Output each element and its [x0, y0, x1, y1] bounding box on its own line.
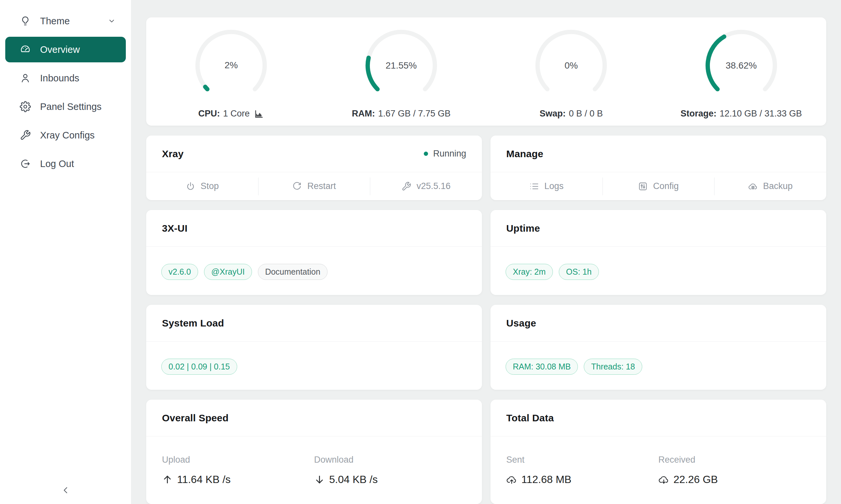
gauge-storage: 38.62% Storage: 12.10 GB / 31.33 GB	[680, 27, 802, 119]
wrench-icon	[20, 130, 31, 141]
gear-icon	[20, 101, 31, 112]
xray-card-title: Xray	[162, 148, 184, 160]
sidebar-item-label: Overview	[40, 44, 80, 55]
uptime-card: Uptime Xray: 2m OS: 1h	[491, 210, 826, 295]
upload-stat: Upload 11.64 KB /s	[162, 455, 314, 486]
sidebar-item-log-out[interactable]: Log Out	[5, 151, 126, 177]
status-text: Running	[433, 149, 466, 159]
xray-uptime-badge: Xray: 2m	[505, 264, 553, 280]
cpu-label: CPU: 1 Core	[198, 109, 264, 119]
restart-button[interactable]: Restart	[258, 172, 370, 200]
load-average-badge: 0.02 | 0.09 | 0.15	[161, 359, 237, 375]
gauge-cpu: 2% CPU: 1 Core	[192, 27, 270, 119]
arrow-up-icon	[162, 474, 173, 485]
upload-value: 11.64 KB /s	[177, 473, 230, 486]
os-uptime-badge: OS: 1h	[559, 264, 599, 280]
system-load-card-title: System Load	[162, 318, 224, 329]
download-value: 5.04 KB /s	[329, 473, 378, 486]
xui-card-title: 3X-UI	[162, 223, 188, 234]
gauge-ram: 21.55% RAM: 1.67 GB / 7.75 GB	[352, 27, 451, 119]
ram-label: RAM: 1.67 GB / 7.75 GB	[352, 109, 451, 119]
download-label: Download	[314, 455, 466, 465]
xray-status-badge: Running	[424, 149, 466, 159]
xrayui-link-badge[interactable]: @XrayUI	[204, 264, 252, 280]
cloud-server-icon	[748, 181, 758, 191]
total-data-card-title: Total Data	[506, 412, 554, 424]
cloud-upload-icon	[506, 474, 517, 485]
backup-button[interactable]: Backup	[714, 172, 826, 200]
stop-button[interactable]: Stop	[146, 172, 258, 200]
refresh-icon	[292, 181, 302, 191]
ram-percent: 21.55%	[363, 27, 440, 104]
sidebar-collapse-button[interactable]	[0, 482, 131, 499]
sidebar-item-label: Theme	[40, 16, 70, 26]
sidebar-item-label: Log Out	[40, 159, 74, 169]
row-xray-manage: Xray Running Stop Restart	[146, 136, 826, 200]
power-icon	[186, 181, 195, 191]
sidebar-item-theme[interactable]: Theme	[5, 8, 126, 34]
upload-label: Upload	[162, 455, 314, 465]
gauge-swap: 0% Swap: 0 B / 0 B	[533, 27, 610, 119]
chevron-left-icon	[61, 485, 71, 496]
cpu-percent: 2%	[192, 27, 270, 104]
total-data-card: Total Data Sent 112.68 MB Received	[491, 400, 826, 504]
main-content: 2% CPU: 1 Core 21.55% RAM: 1.67 GB / 7.7…	[132, 0, 841, 504]
row-xui-uptime: 3X-UI v2.6.0 @XrayUI Documentation Uptim…	[146, 210, 826, 295]
list-icon	[529, 181, 539, 191]
usage-card-title: Usage	[506, 318, 536, 329]
sidebar-item-label: Panel Settings	[40, 102, 102, 112]
sent-stat: Sent 112.68 MB	[506, 455, 658, 486]
received-value: 22.26 GB	[673, 473, 718, 486]
uptime-card-title: Uptime	[506, 223, 540, 234]
config-button[interactable]: Config	[602, 172, 715, 200]
version-badge[interactable]: v2.6.0	[161, 264, 198, 280]
sidebar-item-overview[interactable]: Overview	[5, 37, 126, 62]
overall-speed-card-title: Overall Speed	[162, 412, 229, 424]
resource-gauges-card: 2% CPU: 1 Core 21.55% RAM: 1.67 GB / 7.7…	[146, 17, 826, 126]
ram-usage-badge: RAM: 30.08 MB	[505, 359, 578, 375]
chart-icon[interactable]	[254, 109, 264, 119]
wrench-icon	[401, 181, 411, 191]
usage-card: Usage RAM: 30.08 MB Threads: 18	[491, 305, 826, 390]
status-dot	[424, 151, 428, 156]
manage-card-title: Manage	[506, 148, 543, 160]
sent-value: 112.68 MB	[521, 473, 571, 486]
storage-label: Storage: 12.10 GB / 31.33 GB	[680, 109, 802, 119]
sent-label: Sent	[506, 455, 658, 465]
sidebar-item-label: Xray Configs	[40, 130, 95, 141]
xui-card: 3X-UI v2.6.0 @XrayUI Documentation	[146, 210, 482, 295]
sidebar-nav: Theme Overview Inbounds	[0, 8, 131, 177]
swap-percent: 0%	[533, 27, 610, 104]
documentation-link-badge[interactable]: Documentation	[258, 264, 328, 280]
cloud-download-icon	[658, 474, 669, 485]
received-stat: Received 22.26 GB	[658, 455, 810, 486]
overall-speed-card: Overall Speed Upload 11.64 KB /s Downloa…	[146, 400, 482, 504]
threads-badge: Threads: 18	[584, 359, 642, 375]
row-load-usage: System Load 0.02 | 0.09 | 0.15 Usage RAM…	[146, 305, 826, 390]
xray-card: Xray Running Stop Restart	[146, 136, 482, 200]
storage-percent: 38.62%	[703, 27, 780, 104]
sidebar: Theme Overview Inbounds	[0, 0, 132, 504]
swap-label: Swap: 0 B / 0 B	[539, 109, 603, 119]
arrow-down-icon	[314, 474, 325, 485]
sidebar-item-xray-configs[interactable]: Xray Configs	[5, 122, 126, 148]
sliders-icon	[638, 181, 648, 191]
received-label: Received	[658, 455, 810, 465]
sidebar-item-panel-settings[interactable]: Panel Settings	[5, 94, 126, 120]
chevron-down-icon	[107, 17, 116, 25]
lightbulb-icon	[20, 15, 31, 26]
manage-card: Manage Logs Confi	[491, 136, 826, 200]
speedometer-icon	[20, 44, 31, 55]
logout-icon	[20, 158, 31, 169]
logs-button[interactable]: Logs	[491, 172, 602, 200]
sidebar-item-label: Inbounds	[40, 73, 79, 84]
sidebar-item-inbounds[interactable]: Inbounds	[5, 65, 126, 91]
system-load-card: System Load 0.02 | 0.09 | 0.15	[146, 305, 482, 390]
user-icon	[20, 73, 31, 84]
row-speed-data: Overall Speed Upload 11.64 KB /s Downloa…	[146, 400, 826, 504]
xray-version-button[interactable]: v25.5.16	[370, 172, 482, 200]
download-stat: Download 5.04 KB /s	[314, 455, 466, 486]
